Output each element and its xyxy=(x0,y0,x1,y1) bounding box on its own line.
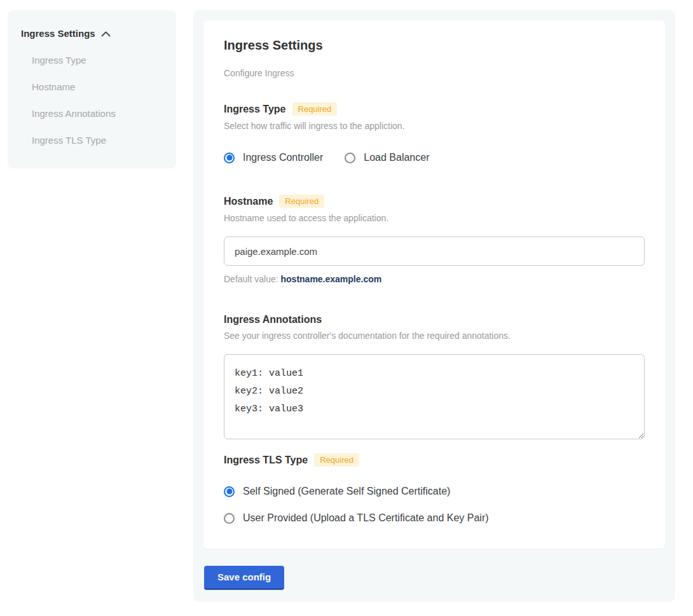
radio-button-icon[interactable] xyxy=(224,513,235,524)
radio-label: User Provided (Upload a TLS Certificate … xyxy=(243,512,489,524)
section-hostname: Hostname Required Hostname used to acces… xyxy=(224,195,645,284)
config-panel: Ingress Settings Configure Ingress Ingre… xyxy=(193,10,675,602)
radio-self-signed[interactable]: Self Signed (Generate Self Signed Certif… xyxy=(224,486,645,497)
radio-label: Ingress Controller xyxy=(243,152,323,163)
hostname-default-line: Default value: hostname.example.com xyxy=(224,274,645,284)
radio-label: Self Signed (Generate Self Signed Certif… xyxy=(243,486,450,497)
chevron-up-icon xyxy=(101,31,111,37)
annotations-label: Ingress Annotations xyxy=(224,314,322,325)
radio-button-icon[interactable] xyxy=(345,153,355,163)
ingress-type-help: Select how traffic will ingress to the a… xyxy=(224,121,645,131)
sidebar-item-ingress-type[interactable]: Ingress Type xyxy=(32,55,176,65)
radio-load-balancer[interactable]: Load Balancer xyxy=(345,152,429,163)
page-title: Ingress Settings xyxy=(224,38,645,53)
section-ingress-annotations: Ingress Annotations See your ingress con… xyxy=(224,314,645,439)
radio-label: Load Balancer xyxy=(364,152,429,163)
page-subtitle: Configure Ingress xyxy=(224,68,645,78)
section-ingress-tls-type: Ingress TLS Type Required Self Signed (G… xyxy=(224,453,645,524)
save-config-button[interactable]: Save config xyxy=(204,566,284,590)
section-ingress-type: Ingress Type Required Select how traffic… xyxy=(224,102,645,163)
config-card: Ingress Settings Configure Ingress Ingre… xyxy=(203,20,665,549)
default-value-text: hostname.example.com xyxy=(281,274,382,284)
required-badge: Required xyxy=(279,195,324,208)
config-sidebar: Ingress Settings Ingress Type Hostname I… xyxy=(8,10,176,168)
hostname-input[interactable] xyxy=(224,236,645,266)
radio-button-icon[interactable] xyxy=(224,486,235,497)
ingress-type-label: Ingress Type xyxy=(224,104,286,115)
sidebar-item-ingress-tls-type[interactable]: Ingress TLS Type xyxy=(32,135,176,146)
tls-type-label: Ingress TLS Type xyxy=(224,455,308,466)
required-badge: Required xyxy=(314,453,359,467)
default-value-prefix: Default value: xyxy=(224,274,281,284)
hostname-label: Hostname xyxy=(224,196,273,207)
sidebar-item-hostname[interactable]: Hostname xyxy=(32,82,176,92)
radio-user-provided[interactable]: User Provided (Upload a TLS Certificate … xyxy=(224,512,645,524)
radio-ingress-controller[interactable]: Ingress Controller xyxy=(224,152,323,163)
sidebar-item-ingress-annotations[interactable]: Ingress Annotations xyxy=(32,109,176,119)
sidebar-group-label: Ingress Settings xyxy=(21,28,95,39)
annotations-help: See your ingress controller's documentat… xyxy=(224,331,645,341)
required-badge: Required xyxy=(292,102,338,116)
sidebar-group-ingress-settings[interactable]: Ingress Settings xyxy=(21,28,176,39)
annotations-textarea[interactable]: key1: value1 key2: value2 key3: value3 xyxy=(224,354,645,439)
radio-button-icon[interactable] xyxy=(224,153,235,163)
hostname-help: Hostname used to access the application. xyxy=(224,213,645,223)
